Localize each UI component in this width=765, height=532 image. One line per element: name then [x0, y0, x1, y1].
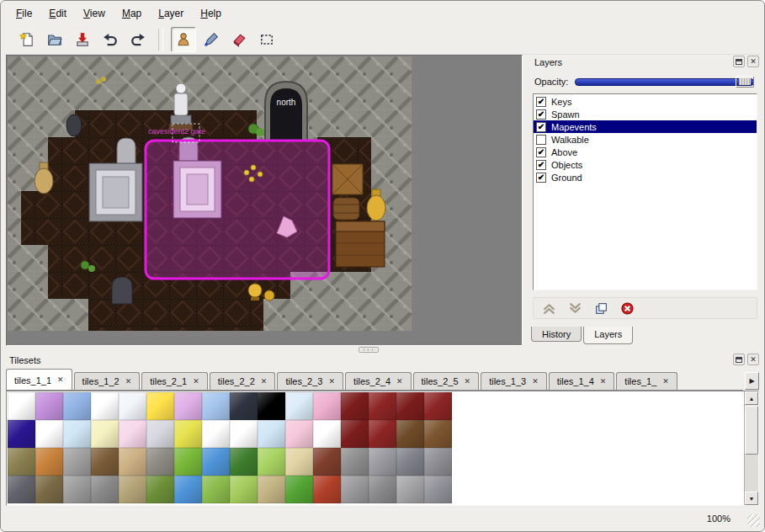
new-button[interactable]: [14, 27, 40, 52]
palette-tile[interactable]: [424, 448, 452, 476]
palette-tile[interactable]: [146, 420, 174, 448]
duplicate-layer-button[interactable]: [592, 300, 609, 317]
tab-close-icon[interactable]: ✕: [57, 376, 64, 384]
tileset-tab[interactable]: tiles_1_ ✕: [616, 372, 677, 390]
palette-tile[interactable]: [8, 392, 35, 420]
opacity-slider-handle[interactable]: [736, 76, 754, 88]
tab-close-icon[interactable]: ✕: [396, 378, 403, 386]
palette-tile[interactable]: [174, 476, 202, 503]
tileset-tab[interactable]: tiles_1_3 ✕: [481, 372, 547, 390]
move-layer-up-button[interactable]: [540, 300, 557, 317]
palette-tile[interactable]: [285, 448, 313, 476]
palette-tile[interactable]: [230, 476, 258, 503]
scroll-up-button[interactable]: ▲: [745, 391, 758, 405]
close-panel-button[interactable]: ✕: [747, 354, 759, 365]
redo-button[interactable]: [125, 27, 151, 52]
palette-tile[interactable]: [35, 420, 63, 448]
palette-tile[interactable]: [119, 448, 146, 476]
layer-visibility-checkbox[interactable]: ✔: [536, 147, 546, 157]
palette-tile[interactable]: [63, 420, 91, 448]
layer-row[interactable]: ✔ Keys: [534, 95, 757, 108]
opacity-slider[interactable]: [575, 76, 754, 88]
palette-tile[interactable]: [396, 392, 424, 420]
palette-tile[interactable]: [91, 392, 119, 420]
palette-tile[interactable]: [285, 392, 313, 420]
palette-tile[interactable]: [174, 392, 202, 420]
palette-tile[interactable]: [230, 448, 258, 476]
menu-item[interactable]: File: [8, 3, 40, 24]
palette-tile[interactable]: [424, 476, 452, 503]
palette-tile[interactable]: [35, 476, 63, 503]
menu-item[interactable]: Edit: [40, 3, 75, 24]
layer-row[interactable]: ✔ Walkable: [534, 133, 757, 146]
palette-tile[interactable]: [8, 448, 35, 476]
dock-tab[interactable]: History: [531, 327, 582, 342]
splitter-grip[interactable]: [359, 347, 379, 353]
palette-tile[interactable]: [91, 476, 119, 503]
layer-visibility-checkbox[interactable]: ✔: [536, 160, 546, 170]
palette-tile[interactable]: [285, 420, 313, 448]
float-panel-button[interactable]: [733, 354, 745, 365]
palette-tile[interactable]: [313, 476, 341, 503]
tileset-tab[interactable]: tiles_2_2 ✕: [210, 372, 276, 390]
palette-tile[interactable]: [424, 392, 452, 420]
move-layer-down-button[interactable]: [566, 300, 583, 317]
palette-tile[interactable]: [91, 420, 119, 448]
resize-grip[interactable]: [747, 514, 760, 527]
palette-tile[interactable]: [258, 420, 285, 448]
palette-tile[interactable]: [146, 392, 174, 420]
menu-item[interactable]: View: [75, 3, 114, 24]
palette-tile[interactable]: [8, 420, 35, 448]
palette-tile[interactable]: [230, 392, 258, 420]
scroll-down-button[interactable]: ▼: [745, 492, 758, 505]
tab-close-icon[interactable]: ✕: [532, 378, 539, 386]
palette-tile[interactable]: [313, 448, 341, 476]
menu-item[interactable]: Map: [114, 3, 150, 24]
close-panel-button[interactable]: ✕: [747, 56, 759, 67]
palette-tile[interactable]: [396, 476, 424, 503]
palette-tile[interactable]: [258, 392, 285, 420]
palette-tile[interactable]: [341, 392, 369, 420]
palette-tile[interactable]: [63, 476, 91, 503]
scrollbar-thumb[interactable]: [745, 406, 758, 455]
palette-tile[interactable]: [313, 420, 341, 448]
palette-tile[interactable]: [258, 448, 285, 476]
tab-close-icon[interactable]: ✕: [600, 378, 607, 386]
save-button[interactable]: [70, 27, 95, 52]
palette-tile[interactable]: [35, 448, 63, 476]
palette-tile[interactable]: [146, 448, 174, 476]
palette-tile[interactable]: [341, 448, 369, 476]
tab-close-icon[interactable]: ✕: [328, 378, 335, 386]
undo-button[interactable]: [98, 27, 123, 52]
palette-tile[interactable]: [396, 420, 424, 448]
palette-tile[interactable]: [202, 448, 230, 476]
palette-tile[interactable]: [369, 476, 396, 503]
menu-item[interactable]: Layer: [150, 3, 192, 24]
palette-tile[interactable]: [369, 392, 396, 420]
open-button[interactable]: [42, 27, 67, 52]
menu-item[interactable]: Help: [192, 3, 230, 24]
eraser-tool-button[interactable]: [226, 27, 252, 52]
palette-tile[interactable]: [146, 476, 174, 503]
layer-visibility-checkbox[interactable]: ✔: [536, 109, 546, 120]
layer-visibility-checkbox[interactable]: ✔: [536, 122, 546, 132]
tileset-tab[interactable]: tiles_2_3 ✕: [277, 372, 343, 390]
tileset-tab[interactable]: tiles_1_4 ✕: [549, 372, 615, 390]
tileset-tab[interactable]: tiles_2_4 ✕: [345, 372, 412, 390]
delete-layer-button[interactable]: [619, 300, 635, 317]
tileset-tab[interactable]: tiles_1_2 ✕: [74, 372, 141, 390]
layer-visibility-checkbox[interactable]: ✔: [536, 135, 546, 145]
palette-tile[interactable]: [285, 476, 313, 503]
palette-tile[interactable]: [369, 448, 396, 476]
palette-tile[interactable]: [63, 392, 91, 420]
palette-tile[interactable]: [119, 420, 146, 448]
palette-tile[interactable]: [8, 476, 35, 503]
palette-tile[interactable]: [341, 476, 369, 503]
palette-tile[interactable]: [174, 420, 202, 448]
layer-visibility-checkbox[interactable]: ✔: [536, 97, 546, 107]
tab-scroll-right-button[interactable]: ▶: [745, 372, 759, 390]
horizontal-splitter[interactable]: [6, 347, 523, 353]
palette-tile[interactable]: [174, 448, 202, 476]
select-tool-button[interactable]: [254, 27, 279, 52]
palette-tile[interactable]: [341, 420, 369, 448]
